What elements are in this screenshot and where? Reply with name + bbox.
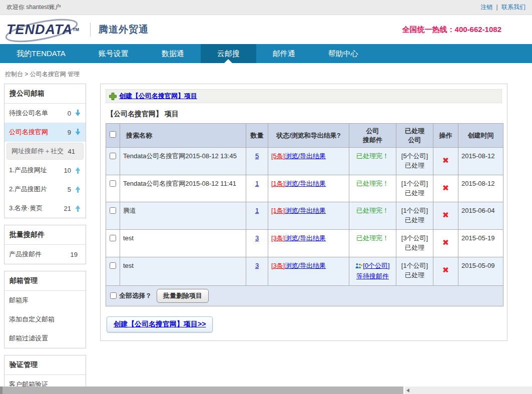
count-badge[interactable]: [5条] <box>271 152 285 160</box>
processed-count: [1个公司] <box>401 262 428 269</box>
action-cell: ✖ <box>433 148 458 175</box>
row-status-cell: [3条]浏览/导出结果 <box>268 230 349 257</box>
email-status-waiting-cell: [0个公司] 等待搜邮件 <box>349 257 396 285</box>
browse-export-link[interactable]: 浏览/导出结果 <box>285 152 326 160</box>
sidebar-item-product-search-url[interactable]: 1.产品搜网址 10 <box>5 161 86 180</box>
row-name: 腾道 <box>120 202 246 230</box>
nav-item-mail-pass[interactable]: 邮件通 <box>256 44 312 63</box>
browse-export-link[interactable]: 浏览/导出结果 <box>285 180 326 187</box>
row-select-cell <box>106 148 120 175</box>
create-project-link[interactable]: 创建【公司名搜官网】项目 <box>119 92 197 101</box>
count-badge[interactable]: [3条] <box>271 262 285 269</box>
sidebar-section-title: 搜公司邮箱 <box>5 84 86 104</box>
browse-export-link[interactable]: 浏览/导出结果 <box>285 234 326 242</box>
qty-link[interactable]: 5 <box>255 152 259 160</box>
created-date: 2015-06-04 <box>458 202 503 230</box>
projects-table: 搜索名称 数量 状态/浏览和导出结果? 公司 搜邮件 已处理 公司 操作 创建时… <box>106 123 503 306</box>
qty-link[interactable]: 3 <box>255 234 259 242</box>
delete-x-icon[interactable]: ✖ <box>442 234 449 248</box>
sidebar-item-label: 网址搜邮件＋社交 <box>12 147 66 156</box>
delete-x-icon[interactable]: ✖ <box>442 206 449 221</box>
header-action: 操作 <box>433 124 458 148</box>
logout-link[interactable]: 注销 <box>480 4 492 11</box>
main-nav: 我的TENDATA 账号设置 数据通 云邮搜 邮件通 帮助中心 <box>0 44 532 63</box>
created-date: 2015-05-19 <box>458 230 503 257</box>
qty-link[interactable]: 3 <box>255 262 259 269</box>
count-badge[interactable]: [1条] <box>271 180 285 187</box>
row-checkbox[interactable] <box>110 180 116 187</box>
sidebar-item-url-search-social[interactable]: 网址搜邮件＋社交 41 <box>7 143 84 160</box>
delete-x-icon[interactable]: ✖ <box>442 261 449 276</box>
nav-item-cloud-mail-search[interactable]: 云邮搜 <box>201 44 256 63</box>
select-all-checkbox[interactable] <box>110 292 117 299</box>
scrollbar-divider <box>403 386 405 394</box>
arrow-down-icon <box>75 129 81 136</box>
row-name: test <box>120 230 246 257</box>
sidebar-item-mailbox-filter-settings[interactable]: 邮箱过滤设置 <box>5 329 86 348</box>
row-checkbox[interactable] <box>110 207 116 214</box>
sidebar-item-directory-yellowpages[interactable]: 3.名录·黄页 21 <box>5 199 86 218</box>
sidebar-item-count: 19 <box>71 251 78 258</box>
sidebar-item-product-search-image[interactable]: 2.产品搜图片 5 <box>5 180 86 199</box>
brand-divider <box>90 23 91 37</box>
content-layout: 搜公司邮箱 待搜公司名单 0 公司名搜官网 9 网址搜邮件＋社交 41 1 <box>0 84 532 394</box>
header-qty: 数量 <box>246 124 268 148</box>
create-project-bottom-button[interactable]: 创建【公司名搜官网】项目>> <box>107 316 213 332</box>
row-select-cell <box>106 202 120 230</box>
header-created: 创建时间 <box>458 124 503 148</box>
qty-link[interactable]: 1 <box>255 180 259 187</box>
row-checkbox[interactable] <box>110 235 116 241</box>
processed-count: [1个公司] <box>401 180 428 187</box>
sidebar-item-add-custom-mailbox[interactable]: 添加自定义邮箱 <box>5 310 86 329</box>
tendata-logo: TENDATA TM <box>7 22 79 38</box>
sidebar-item-label: 公司名搜官网 <box>9 128 66 137</box>
sidebar-item-company-name-search[interactable]: 公司名搜官网 9 <box>5 123 86 142</box>
email-status: 已处理完！ <box>349 175 396 202</box>
processed-count: [3个公司] <box>401 234 428 242</box>
processed-label: 已处理 <box>405 216 424 224</box>
logo-tm: TM <box>73 27 79 32</box>
waiting-companies-link[interactable]: [0个公司] <box>363 262 389 269</box>
contact-us-link[interactable]: 联系我们 <box>501 4 525 11</box>
table-footer-row: 全部选择？ 批量删除项目 <box>106 285 503 306</box>
top-links: 注销 | 联系我们 <box>480 3 525 12</box>
arrow-up-icon <box>75 186 81 193</box>
processed-company-cell: [5个公司] 已处理 <box>396 148 433 175</box>
batch-delete-button[interactable]: 批量删除项目 <box>157 289 209 303</box>
sidebar-item-label: 添加自定义邮箱 <box>9 315 81 324</box>
header-line: 搜邮件 <box>363 136 382 144</box>
browse-export-link[interactable]: 浏览/导出结果 <box>285 207 326 214</box>
browse-export-link[interactable]: 浏览/导出结果 <box>285 262 326 269</box>
active-tab-caret <box>224 59 232 63</box>
nav-item-my-tendata[interactable]: 我的TENDATA <box>0 44 82 63</box>
row-checkbox[interactable] <box>110 262 116 269</box>
nav-item-account-settings[interactable]: 账号设置 <box>82 44 145 63</box>
breadcrumb: 控制台 > 公司名搜官网 管理 <box>5 70 532 79</box>
delete-x-icon[interactable]: ✖ <box>442 179 449 194</box>
row-status-cell: [1条]浏览/导出结果 <box>268 202 349 230</box>
logo-text: TENDATA <box>7 22 73 38</box>
created-date: 2015-05-09 <box>458 257 503 285</box>
nav-item-data-pass[interactable]: 数据通 <box>145 44 201 63</box>
sidebar-item-product-search-email[interactable]: 产品搜邮件 19 <box>5 245 86 264</box>
sidebar-item-count: 9 <box>68 129 71 136</box>
sidebar-item-pending-company-list[interactable]: 待搜公司名单 0 <box>5 104 86 123</box>
count-badge[interactable]: [1条] <box>271 207 285 214</box>
sidebar-item-count: 21 <box>64 205 71 212</box>
select-all-label: 全部选择？ <box>119 291 152 300</box>
count-badge[interactable]: [3条] <box>271 234 285 242</box>
processed-count: [1个公司] <box>401 207 428 214</box>
sidebar-item-label: 产品搜邮件 <box>9 250 69 259</box>
waiting-email-link[interactable]: 等待搜邮件 <box>356 272 389 280</box>
qty-link[interactable]: 1 <box>255 207 259 214</box>
delete-x-icon[interactable]: ✖ <box>442 152 449 166</box>
scrollbar-left-edge <box>0 386 3 394</box>
row-checkbox[interactable] <box>110 153 116 159</box>
nav-item-help-center[interactable]: 帮助中心 <box>312 44 375 63</box>
row-status-cell: [5条]浏览/导出结果 <box>268 148 349 175</box>
sidebar-item-mailbox-library[interactable]: 邮箱库 <box>5 291 86 310</box>
processed-company-cell: [3个公司] 已处理 <box>396 230 433 257</box>
processed-label: 已处理 <box>405 189 424 197</box>
header-checkbox[interactable] <box>110 131 116 138</box>
horizontal-scrollbar-thumb[interactable] <box>0 386 403 394</box>
